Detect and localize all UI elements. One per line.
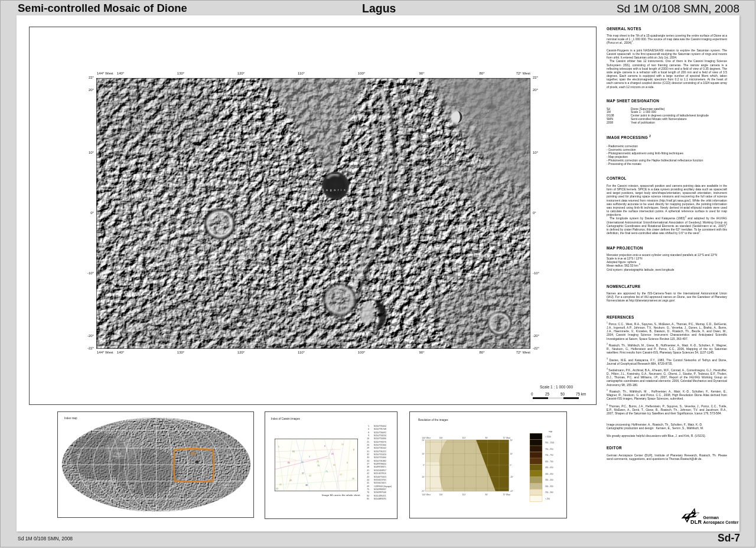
svg-text:Sd-11: Sd-11 bbox=[171, 485, 177, 487]
svg-text:45: 45 bbox=[331, 453, 334, 455]
svg-text:Aerospace Center: Aerospace Center bbox=[703, 520, 739, 525]
svg-text:Sd-4: Sd-4 bbox=[201, 426, 206, 429]
svg-text:0°: 0° bbox=[423, 464, 425, 466]
svg-text:31: 31 bbox=[333, 464, 335, 466]
svg-text:< 250: < 250 bbox=[545, 498, 550, 500]
svg-text:Ilia: Ilia bbox=[227, 456, 229, 458]
svg-text:-10°: -10° bbox=[422, 476, 425, 478]
svg-text:450 - 650: 450 - 650 bbox=[545, 466, 553, 469]
svg-text:mpp: mpp bbox=[549, 430, 552, 433]
svg-text:400 - 450: 400 - 450 bbox=[545, 473, 553, 475]
svg-text:10°: 10° bbox=[422, 453, 425, 455]
svg-text:250 - 300: 250 - 300 bbox=[545, 491, 553, 494]
svg-text:41: 41 bbox=[279, 484, 282, 486]
svg-text:110°: 110° bbox=[462, 437, 467, 439]
svg-text:Dree: Dree bbox=[224, 487, 228, 489]
svg-text:-22°: -22° bbox=[510, 490, 514, 492]
svg-text:700 - 750: 700 - 750 bbox=[545, 454, 553, 456]
svg-text:144° West: 144° West bbox=[422, 437, 431, 439]
svg-text:85: 85 bbox=[288, 462, 290, 464]
svg-text:Sd-2: Sd-2 bbox=[106, 426, 111, 429]
svg-text:350 - 400: 350 - 400 bbox=[545, 479, 553, 481]
svg-text:Sd-7: Sd-7 bbox=[154, 453, 158, 455]
svg-text:84: 84 bbox=[292, 450, 295, 453]
svg-text:Sd-1: Sd-1 bbox=[154, 419, 158, 421]
svg-text:> 1500: > 1500 bbox=[545, 436, 551, 438]
svg-text:8: 8 bbox=[353, 449, 354, 451]
svg-text:76: 76 bbox=[317, 465, 320, 467]
svg-text:10°: 10° bbox=[510, 453, 513, 455]
svg-text:750 - 950: 750 - 950 bbox=[545, 448, 553, 450]
svg-text:44: 44 bbox=[340, 474, 342, 476]
svg-text:-22°: -22° bbox=[422, 490, 425, 492]
svg-text:-10°: -10° bbox=[510, 476, 514, 478]
svg-text:49: 49 bbox=[289, 479, 292, 482]
svg-text:33: 33 bbox=[301, 461, 304, 463]
svg-text:110°: 110° bbox=[462, 494, 467, 496]
svg-text:90°: 90° bbox=[485, 494, 488, 496]
svg-text:9: 9 bbox=[309, 456, 310, 458]
svg-text:Dido: Dido bbox=[77, 456, 81, 458]
svg-text:650 - 700: 650 - 700 bbox=[545, 461, 553, 463]
svg-text:Carthage: Carthage bbox=[128, 487, 135, 489]
svg-text:90°: 90° bbox=[485, 437, 488, 439]
svg-text:26: 26 bbox=[352, 478, 354, 480]
svg-text:Camp Tiburtus: Camp Tiburtus bbox=[113, 455, 125, 458]
svg-text:20°: 20° bbox=[422, 439, 425, 442]
svg-text:72° West: 72° West bbox=[503, 437, 511, 439]
svg-text:38: 38 bbox=[305, 484, 308, 487]
svg-text:German: German bbox=[703, 515, 719, 520]
svg-text:6: 6 bbox=[347, 462, 348, 464]
svg-text:10: 10 bbox=[341, 443, 344, 446]
svg-text:0°: 0° bbox=[510, 464, 513, 466]
svg-text:20°: 20° bbox=[510, 439, 513, 442]
svg-text:130°: 130° bbox=[439, 437, 444, 439]
svg-text:72° West: 72° West bbox=[503, 494, 511, 496]
svg-text:43: 43 bbox=[276, 488, 278, 490]
svg-text:DLR: DLR bbox=[690, 519, 702, 525]
svg-text:300 - 350: 300 - 350 bbox=[545, 485, 553, 488]
svg-text:75: 75 bbox=[325, 471, 328, 473]
svg-text:Sd-3: Sd-3 bbox=[154, 425, 158, 427]
svg-text:Aufidus Catillus: Aufidus Catillus bbox=[150, 509, 162, 511]
svg-text:5: 5 bbox=[278, 446, 279, 448]
svg-text:Sd-9: Sd-9 bbox=[84, 484, 89, 487]
svg-text:144° West: 144° West bbox=[422, 494, 431, 496]
svg-text:130°: 130° bbox=[439, 494, 444, 496]
svg-text:37: 37 bbox=[302, 472, 304, 475]
svg-text:42: 42 bbox=[309, 475, 311, 477]
svg-text:950 - 1500: 950 - 1500 bbox=[545, 442, 554, 444]
svg-text:8: 8 bbox=[324, 445, 325, 448]
svg-text:25: 25 bbox=[317, 461, 319, 463]
